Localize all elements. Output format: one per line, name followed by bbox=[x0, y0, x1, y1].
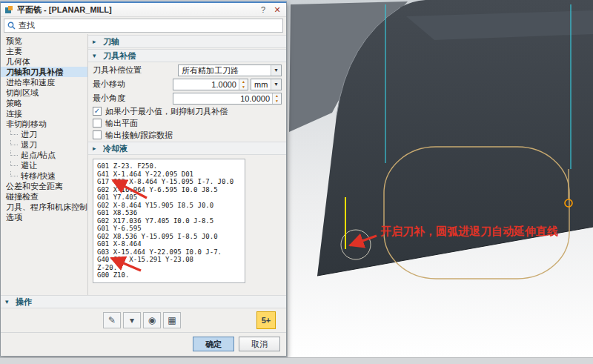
nav-item[interactable]: 公差和安全距离 bbox=[1, 181, 87, 191]
gcode-line: G01 Y-6.595 bbox=[97, 225, 241, 233]
section-label: 刀轴 bbox=[103, 36, 119, 47]
gcode-line: G01 X-8.464 bbox=[97, 240, 241, 248]
section-label: 刀具补偿 bbox=[103, 50, 136, 62]
generate-toolpath-button[interactable]: ✎ bbox=[103, 312, 121, 328]
section-actions[interactable]: ▾ 操作 bbox=[1, 295, 286, 308]
nav-item[interactable]: 退刀 bbox=[1, 139, 87, 150]
section-label: 操作 bbox=[16, 297, 32, 308]
gcode-box: G01 Z-23. F250.G41 X-1.464 Y-22.095 D01G… bbox=[93, 159, 245, 283]
gcode-line: G17 G03 X-8.464 Y-15.095 I-7. J0.0 bbox=[97, 178, 241, 186]
section-label: 冷却液 bbox=[103, 143, 127, 154]
ok-button[interactable]: 确定 bbox=[193, 337, 234, 351]
content-panel: ▸ 刀轴 ▾ 刀具补偿 刀具补偿位置 所有精加工刀路 最小移动 1.0000 bbox=[87, 34, 286, 295]
gcode-line: G01 Z-23. F250. bbox=[97, 162, 241, 171]
machine-simulation-button[interactable]: 5+ bbox=[256, 311, 276, 329]
nav-item[interactable]: 预览 bbox=[1, 36, 87, 46]
dialog-footer: 确定 取消 bbox=[1, 332, 286, 356]
search-icon bbox=[7, 21, 16, 30]
close-button[interactable]: ✕ bbox=[272, 5, 282, 15]
min-move-input[interactable]: 1.0000 bbox=[173, 79, 248, 90]
compensation-checkboxes: 如果小于最小值，则抑制刀具补偿输出平面输出接触/跟踪数据 bbox=[91, 105, 283, 141]
gcode-line: Z-20. bbox=[97, 264, 241, 272]
replay-toolpath-button[interactable]: ▾ bbox=[123, 312, 141, 328]
gcode-line: G02 X-8.464 Y15.905 I8.5 J0.0 bbox=[97, 202, 241, 210]
nav-item[interactable]: 几何体 bbox=[1, 56, 87, 67]
gcode-line: G01 Y7.405 bbox=[97, 193, 241, 202]
collapse-arrow-icon[interactable]: ▸ bbox=[93, 38, 99, 45]
checkbox-label: 如果小于最小值，则抑制刀具补偿 bbox=[105, 106, 228, 117]
cancel-button[interactable]: 取消 bbox=[239, 337, 280, 351]
expand-arrow-icon[interactable]: ▾ bbox=[5, 298, 12, 305]
min-move-unit-value: mm bbox=[251, 79, 271, 90]
compensation-position-row: 刀具补偿位置 所有精加工刀路 bbox=[91, 63, 283, 77]
nav-item[interactable]: 非切削移动 bbox=[1, 119, 87, 129]
gcode-line: G02 X-16.964 Y-6.595 I0.0 J8.5 bbox=[97, 186, 241, 194]
min-move-unit-select[interactable]: mm bbox=[251, 79, 282, 90]
nav-item[interactable]: 碰撞检查 bbox=[1, 191, 87, 202]
gcode-line: G02 X8.536 Y-15.095 I-8.5 J0.0 bbox=[97, 233, 241, 241]
spin-down-icon[interactable] bbox=[239, 85, 248, 90]
chevron-down-icon[interactable] bbox=[271, 79, 281, 90]
checkbox-row[interactable]: 如果小于最小值，则抑制刀具补偿 bbox=[91, 105, 283, 117]
nav-item[interactable]: 切削区域 bbox=[1, 87, 87, 98]
spin-down-icon[interactable] bbox=[273, 99, 281, 104]
min-angle-row: 最小角度 10.0000 bbox=[91, 91, 283, 105]
nav-item[interactable]: 选项 bbox=[1, 212, 87, 222]
collapse-arrow-icon[interactable]: ▸ bbox=[93, 145, 99, 152]
search-label: 查找 bbox=[19, 20, 35, 31]
section-tool-axis[interactable]: ▸ 刀轴 bbox=[88, 35, 286, 48]
verify-toolpath-button[interactable]: ◉ bbox=[143, 312, 161, 328]
nav-item[interactable]: 进给率和速度 bbox=[1, 77, 87, 87]
gcode-line: G40 G01 X-15.291 Y-23.08 bbox=[97, 256, 241, 264]
dialog-body: 预览主要几何体刀轴和刀具补偿进给率和速度切削区域策略连接非切削移动进刀退刀起点/… bbox=[1, 34, 286, 295]
viewport-3d[interactable] bbox=[288, 0, 593, 358]
dialog-title: 平面铣 - [PLANAR_MILL] bbox=[17, 4, 254, 16]
nav-item[interactable]: 进刀 bbox=[1, 129, 87, 139]
nav-item[interactable]: 转移/快速 bbox=[1, 171, 87, 181]
nav-item[interactable]: 避让 bbox=[1, 160, 87, 171]
compensation-position-select[interactable]: 所有精加工刀路 bbox=[178, 64, 282, 76]
checkbox-row[interactable]: 输出平面 bbox=[91, 117, 283, 129]
checkbox-label: 输出接触/跟踪数据 bbox=[105, 130, 173, 141]
min-move-value: 1.0000 bbox=[173, 79, 239, 90]
planar-mill-dialog: 平面铣 - [PLANAR_MILL] ? ✕ 查找 预览主要几何体刀轴和刀具补… bbox=[0, 1, 287, 357]
dialog-titlebar: 平面铣 - [PLANAR_MILL] ? ✕ bbox=[1, 3, 286, 17]
gcode-line: G41 X-1.464 Y-22.095 D01 bbox=[97, 171, 241, 179]
min-move-row: 最小移动 1.0000 mm bbox=[91, 77, 283, 91]
compensation-position-label: 刀具补偿位置 bbox=[93, 64, 178, 76]
compensation-position-value: 所有精加工刀路 bbox=[179, 65, 271, 76]
checkbox[interactable] bbox=[93, 130, 102, 139]
chevron-down-icon[interactable] bbox=[271, 65, 281, 76]
nav-item[interactable]: 策略 bbox=[1, 98, 87, 108]
nav-list: 预览主要几何体刀轴和刀具补偿进给率和速度切削区域策略连接非切削移动进刀退刀起点/… bbox=[1, 34, 87, 295]
nav-item[interactable]: 连接 bbox=[1, 108, 87, 119]
help-button[interactable]: ? bbox=[258, 5, 268, 14]
spinner[interactable] bbox=[272, 93, 281, 104]
list-toolpath-button[interactable]: ▦ bbox=[163, 312, 181, 328]
nav-item[interactable]: 刀具、程序和机床控制 bbox=[1, 202, 87, 212]
dialog-icon bbox=[4, 5, 13, 14]
checkbox[interactable] bbox=[93, 119, 102, 128]
min-move-label: 最小移动 bbox=[93, 79, 173, 90]
status-bar bbox=[0, 357, 593, 364]
expand-arrow-icon[interactable]: ▾ bbox=[93, 52, 99, 59]
nav-item[interactable]: 主要 bbox=[1, 46, 87, 56]
min-angle-input[interactable]: 10.0000 bbox=[173, 93, 282, 105]
section-coolant[interactable]: ▸ 冷却液 bbox=[88, 142, 286, 155]
spin-up-icon[interactable] bbox=[239, 79, 248, 85]
section-compensation[interactable]: ▾ 刀具补偿 bbox=[88, 49, 286, 62]
checkbox-label: 输出平面 bbox=[105, 118, 138, 129]
gcode-line: G03 X-15.464 Y-22.095 I0.0 J-7. bbox=[97, 248, 241, 257]
min-angle-label: 最小角度 bbox=[93, 93, 173, 104]
search-input[interactable]: 查找 bbox=[4, 19, 283, 33]
nav-item[interactable]: 刀轴和刀具补偿 bbox=[1, 67, 87, 77]
gcode-line: G02 X17.036 Y7.405 I0.0 J-8.5 bbox=[97, 217, 241, 225]
action-icons: ✎▾◉▦5+ bbox=[1, 308, 286, 332]
min-angle-value: 10.0000 bbox=[173, 93, 272, 104]
spinner[interactable] bbox=[239, 79, 248, 90]
spin-up-icon[interactable] bbox=[273, 93, 281, 99]
checkbox-row[interactable]: 输出接触/跟踪数据 bbox=[91, 129, 283, 141]
gcode-line: G01 X8.536 bbox=[97, 209, 241, 217]
nav-item[interactable]: 起点/钻点 bbox=[1, 150, 87, 160]
checkbox[interactable] bbox=[93, 107, 102, 116]
